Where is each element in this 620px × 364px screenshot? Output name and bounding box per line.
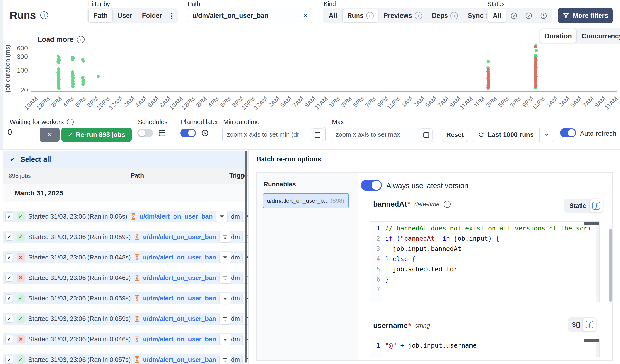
row-checkbox[interactable]: ✓	[5, 335, 13, 343]
info-icon[interactable]: i	[450, 12, 458, 19]
latest-version-toggle[interactable]	[361, 180, 382, 191]
path-input-value: u/dm/alert_on_user_ban	[187, 12, 268, 19]
tab-concurrency[interactable]: Concurrency	[577, 30, 620, 43]
planned-later-toggle[interactable]	[180, 129, 196, 137]
batch-rerun-card: Runnables u/dm/alert_on_user_b... (898) …	[256, 172, 613, 361]
job-start-text: Started 31/03, 23:06 (Ran in 0.046s)	[28, 335, 131, 343]
filter-by-path-button[interactable]	[219, 272, 231, 283]
tab-duration[interactable]: Duration	[540, 29, 577, 43]
filter-tab-folder[interactable]: Folder	[138, 9, 167, 22]
filter-by-path-button[interactable]	[219, 252, 231, 263]
rerun-jobs-button[interactable]: ✓ Re-run 898 jobs	[62, 128, 132, 142]
kind-tab-all[interactable]: All	[324, 9, 342, 22]
last-runs-dropdown-button[interactable]	[539, 128, 554, 142]
runs-info-icon[interactable]: i	[40, 12, 48, 19]
filter-by-path-button[interactable]	[219, 334, 231, 345]
status-tab-failure[interactable]	[536, 9, 551, 22]
runnable-item[interactable]: u/dm/alert_on_user_b... (898)	[263, 193, 349, 208]
auto-refresh-toggle[interactable]	[560, 128, 576, 137]
job-trigger: dm	[231, 254, 240, 261]
job-row[interactable]: ✓✓Started 31/03, 23:06 (Ran in 0.059s)u/…	[3, 292, 248, 304]
username-code-editor[interactable]: 1"@" + job.input.username	[370, 339, 600, 357]
kind-tab-runs[interactable]: Runsi	[342, 9, 379, 22]
max-calendar-button[interactable]	[420, 128, 433, 141]
status-tab-success[interactable]	[522, 9, 536, 22]
clear-path-icon[interactable]: ✕	[302, 12, 308, 19]
max-datetime-input[interactable]: zoom x axis to set max	[331, 127, 434, 142]
status-tab-all[interactable]: All	[488, 9, 506, 22]
row-checkbox[interactable]: ✓	[5, 274, 13, 282]
row-checkbox[interactable]: ✓	[5, 212, 13, 220]
job-row[interactable]: ✓✓Started 31/03, 23:06 (Ran in 0.057s)u/…	[3, 354, 248, 364]
min-datetime-input[interactable]: zoom x axis to set min (dr	[222, 127, 326, 142]
job-path-link[interactable]: u/dm/alert_on_user_ban	[143, 274, 217, 282]
filter-by-path-button[interactable]	[219, 231, 231, 243]
editor-scroll-decoration	[584, 339, 599, 342]
row-checkbox[interactable]: ✓	[5, 253, 13, 261]
reset-button[interactable]: Reset	[442, 128, 468, 142]
failure-badge: ✕	[16, 335, 25, 343]
min-datetime-label: Min datetime	[223, 118, 260, 126]
filter-by-path-button[interactable]	[219, 354, 231, 364]
x-axis-tick: 4PM	[62, 95, 75, 109]
job-row[interactable]: ✓✓Started 31/03, 23:06 (Ran in 0.059s)u/…	[3, 231, 248, 243]
cancel-selection-button[interactable]: ✕	[40, 128, 60, 142]
editor-scroll-track[interactable]	[596, 222, 599, 302]
job-start-text: Started 31/03, 23:06 (Ran in 0.046s)	[28, 274, 131, 282]
row-checkbox[interactable]: ✓	[5, 294, 13, 302]
job-row[interactable]: ✓✕Started 31/03, 23:06 (Ran in 0.048s)u/…	[3, 251, 248, 263]
select-all-label: Select all	[20, 155, 51, 164]
row-checkbox[interactable]: ✓	[5, 315, 13, 323]
filter-tab-user[interactable]: User	[113, 9, 137, 22]
row-checkbox[interactable]: ✓	[5, 356, 13, 364]
more-filters-button[interactable]: More filters	[558, 8, 613, 23]
info-icon[interactable]: i	[415, 12, 422, 19]
load-more-info-icon[interactable]: i	[77, 36, 85, 43]
card-scrollbar[interactable]	[609, 229, 612, 302]
job-list-scrollbar[interactable]	[245, 151, 247, 363]
row-checkbox[interactable]: ✓	[5, 233, 13, 241]
chart-plot-area[interactable]	[31, 45, 617, 91]
filter-by-path-button[interactable]	[219, 313, 231, 324]
job-row[interactable]: ✓✓Started 31/03, 23:06 (Ran in 0.059s)u/…	[3, 313, 248, 325]
bannedat-info-icon[interactable]: i	[444, 201, 451, 208]
kind-tab-previews[interactable]: Previewsi	[379, 9, 427, 22]
waiting-workers-info-icon[interactable]: i	[67, 119, 74, 125]
schedules-toggle[interactable]	[138, 129, 153, 137]
filter-kebab-menu-icon[interactable]: ⋮	[167, 12, 176, 20]
filter-by-path-button[interactable]	[216, 211, 227, 222]
job-path-link[interactable]: u/dm/alert_on_user_ban	[143, 254, 217, 261]
job-path-link[interactable]: u/dm/alert_on_user_ban	[143, 295, 217, 302]
planned-later-label: Planned later	[181, 118, 218, 126]
x-axis-tick: 5PM	[496, 95, 510, 109]
path-input[interactable]: u/dm/alert_on_user_ban ✕	[187, 8, 312, 23]
mode-javascript-button[interactable]: f	[589, 198, 603, 213]
mode-javascript-button[interactable]: f	[583, 318, 596, 332]
success-badge: ✓	[16, 315, 25, 323]
load-more-button[interactable]: Load more	[38, 36, 74, 44]
job-row[interactable]: ✓✓Started 31/03, 23:06 (Ran in 0.06s)u/d…	[3, 211, 248, 222]
job-row[interactable]: ✓✕Started 31/03, 23:06 (Ran in 0.046s)u/…	[3, 272, 248, 284]
job-path-link[interactable]: u/dm/alert_on_user_ban	[143, 356, 217, 364]
filter-by-path-button[interactable]	[219, 293, 231, 304]
status-tab-running[interactable]	[507, 9, 521, 22]
x-axis-tick: 6AM	[146, 95, 160, 109]
job-path-link[interactable]: u/dm/alert_on_user_ban	[140, 213, 213, 220]
latest-version-label: Always use latest version	[386, 182, 468, 190]
mode-static-option[interactable]: Static	[570, 202, 586, 209]
job-row[interactable]: ✓✕Started 31/03, 23:06 (Ran in 0.046s)u/…	[3, 333, 248, 345]
info-icon[interactable]: i	[366, 12, 374, 19]
job-path-link[interactable]: u/dm/alert_on_user_ban	[143, 335, 217, 343]
code-line: if ("bannedAt" in job.input) {	[385, 233, 599, 244]
column-header-path: Path	[131, 172, 144, 179]
bannedat-code-editor[interactable]: 1234567// bannedAt does not exist on all…	[370, 221, 600, 302]
job-start-text: Started 31/03, 23:06 (Ran in 0.06s)	[28, 213, 127, 220]
mode-template-option[interactable]: ${}	[572, 321, 580, 328]
kind-tab-deps[interactable]: Depsi	[427, 9, 463, 22]
job-path-link[interactable]: u/dm/alert_on_user_ban	[143, 233, 217, 241]
min-calendar-button[interactable]	[311, 128, 324, 141]
refresh-runs-button[interactable]: Last 1000 runs	[472, 128, 539, 142]
select-all-checkbox[interactable]: ✓	[9, 155, 16, 163]
job-path-link[interactable]: u/dm/alert_on_user_ban	[143, 315, 217, 323]
filter-tab-path[interactable]: Path	[89, 9, 113, 22]
